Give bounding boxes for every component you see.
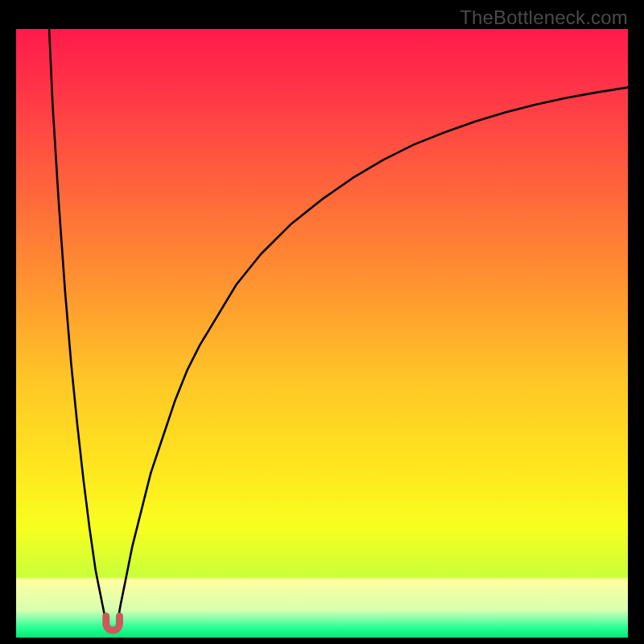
chart-svg	[16, 29, 628, 638]
plot-area	[16, 29, 628, 638]
chart-frame: TheBottleneck.com	[0, 0, 644, 644]
gradient-background	[16, 29, 628, 638]
watermark-text: TheBottleneck.com	[460, 6, 628, 29]
